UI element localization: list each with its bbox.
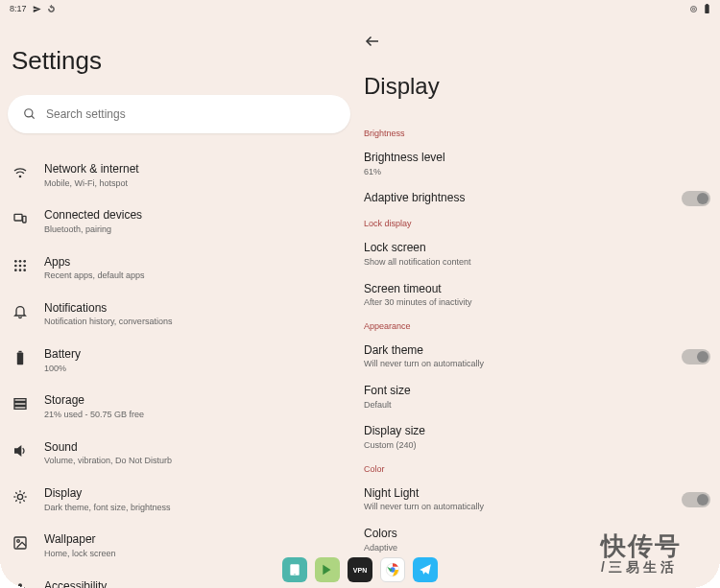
svg-line-5 [32, 116, 35, 119]
item-sub: Volume, vibration, Do Not Disturb [44, 456, 348, 467]
svg-rect-20 [14, 399, 26, 402]
send-icon [33, 5, 41, 13]
svg-line-30 [15, 500, 16, 501]
row-adaptive-brightness[interactable]: Adaptive brightness [360, 184, 720, 213]
devices-icon [12, 210, 29, 227]
wifi-icon [12, 164, 29, 181]
setting-title: Dark theme [364, 343, 682, 359]
item-title: Notifications [44, 301, 348, 317]
settings-list: Network & internetMobile, Wi-Fi, hotspot… [0, 153, 360, 588]
svg-rect-2 [705, 5, 708, 13]
taskbar-play-store[interactable] [315, 557, 340, 582]
item-title: Battery [44, 347, 348, 363]
setting-sub: After 30 minutes of inactivity [364, 297, 716, 309]
row-font-size[interactable]: Font sizeDefault [360, 377, 720, 417]
svg-rect-3 [706, 4, 708, 5]
item-title: Apps [44, 255, 348, 270]
item-sub: Dark theme, font size, brightness [44, 503, 348, 514]
taskbar-chrome[interactable] [380, 557, 405, 582]
svg-point-10 [19, 260, 22, 263]
svg-point-6 [19, 176, 20, 176]
row-lock-screen[interactable]: Lock screenShow all notification content [360, 234, 720, 274]
setting-title: Lock screen [364, 241, 716, 256]
setting-title: Adaptive brightness [364, 191, 682, 206]
apps-icon [12, 257, 29, 274]
svg-point-17 [23, 269, 26, 271]
status-time: 8:17 [10, 4, 27, 13]
setting-title: Font size [364, 384, 716, 399]
section-appearance: Appearance Dark themeWill never turn on … [360, 316, 720, 459]
setting-sub: 61% [364, 167, 716, 178]
setting-title: Display size [364, 424, 716, 439]
battery-icon [12, 349, 29, 366]
item-title: Wallpaper [44, 532, 348, 548]
toggle-night-light[interactable] [682, 492, 710, 507]
setting-title: Night Light [364, 486, 682, 502]
section-header: Brightness [360, 123, 720, 144]
sidebar-item-sound[interactable]: SoundVolume, vibration, Do Not Disturb [12, 431, 348, 477]
svg-line-28 [15, 492, 16, 493]
item-title: Connected devices [44, 208, 348, 223]
row-night-light[interactable]: Night LightWill never turn on automatica… [360, 480, 720, 520]
setting-sub: Custom (240) [364, 440, 716, 452]
setting-sub: Default [364, 400, 716, 412]
sidebar-item-display[interactable]: DisplayDark theme, font size, brightness [12, 477, 348, 523]
svg-rect-19 [18, 351, 21, 353]
svg-rect-21 [14, 403, 26, 406]
section-header: Color [360, 459, 720, 480]
corner-decoration [0, 559, 29, 588]
item-title: Network & internet [44, 162, 348, 177]
svg-point-11 [23, 260, 26, 263]
svg-point-16 [19, 269, 22, 271]
row-screen-timeout[interactable]: Screen timeoutAfter 30 minutes of inacti… [360, 275, 720, 316]
row-dark-theme[interactable]: Dark themeWill never turn on automatical… [360, 337, 720, 377]
section-header: Lock display [360, 213, 720, 234]
back-button[interactable] [360, 17, 720, 50]
battery-status-icon [704, 4, 710, 14]
taskbar-telegram[interactable] [413, 557, 438, 582]
sidebar-item-storage[interactable]: Storage21% used - 50.75 GB free [12, 384, 348, 430]
item-title: Storage [44, 393, 348, 409]
taskbar-dark-app[interactable]: VPN [348, 557, 372, 582]
sound-icon [12, 442, 29, 459]
page-title: Settings [0, 17, 360, 95]
svg-point-33 [17, 540, 20, 543]
taskbar-phone[interactable] [282, 557, 307, 582]
corner-decoration [691, 559, 720, 588]
sidebar-item-battery[interactable]: Battery100% [12, 338, 348, 384]
row-display-size[interactable]: Display sizeCustom (240) [360, 417, 720, 458]
sidebar-item-notifications[interactable]: NotificationsNotification history, conve… [12, 292, 348, 338]
svg-rect-32 [14, 537, 26, 549]
setting-title: Brightness level [364, 151, 716, 166]
item-sub: Mobile, Wi-Fi, hotspot [44, 178, 348, 190]
search-input[interactable] [46, 107, 335, 121]
row-brightness-level[interactable]: Brightness level61% [360, 144, 720, 184]
svg-point-12 [14, 264, 17, 267]
signal-icon [689, 5, 698, 13]
svg-point-13 [19, 264, 22, 267]
svg-line-31 [23, 492, 24, 493]
svg-point-9 [14, 260, 17, 263]
item-sub: 100% [44, 364, 348, 375]
svg-rect-8 [23, 217, 26, 223]
bell-icon [12, 303, 29, 320]
toggle-dark-theme[interactable] [682, 349, 710, 365]
svg-line-29 [23, 500, 24, 501]
item-sub: Recent apps, default apps [44, 270, 348, 282]
toggle-adaptive-brightness[interactable] [682, 191, 710, 206]
svg-point-23 [17, 494, 22, 499]
sidebar-item-devices[interactable]: Connected devicesBluetooth, pairing [12, 199, 348, 245]
display-title: Display [360, 50, 720, 123]
svg-point-15 [14, 269, 17, 271]
wallpaper-icon [12, 534, 29, 552]
setting-sub: Will never turn on automatically [364, 359, 682, 370]
svg-point-14 [23, 264, 26, 267]
svg-point-4 [25, 109, 33, 117]
sidebar-item-apps[interactable]: AppsRecent apps, default apps [12, 246, 348, 292]
setting-sub: Show all notification content [364, 257, 716, 269]
svg-point-1 [691, 6, 697, 12]
sidebar-item-network[interactable]: Network & internetMobile, Wi-Fi, hotspot [12, 153, 348, 199]
search-box[interactable] [8, 95, 350, 133]
storage-icon [12, 395, 29, 412]
sync-icon [47, 5, 56, 13]
